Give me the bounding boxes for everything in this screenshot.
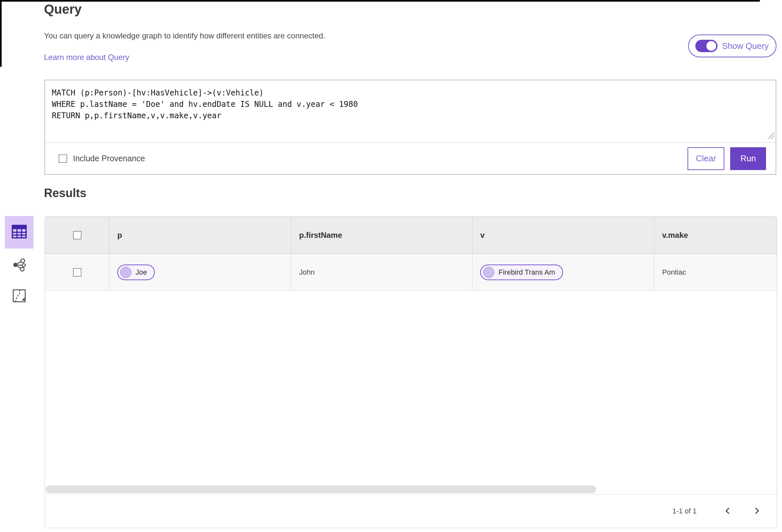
column-header-v-make[interactable]: v.make: [654, 217, 777, 253]
query-panel: MATCH (p:Person)-[hv:HasVehicle]->(v:Veh…: [45, 80, 776, 175]
table-footer: 1-1 of 1: [45, 494, 777, 528]
table-row[interactable]: Joe John Firebird Trans Am Pontiac: [45, 254, 777, 291]
next-page-button[interactable]: [751, 505, 762, 517]
table-empty-area: [45, 291, 777, 485]
resize-handle-icon[interactable]: [767, 131, 775, 141]
entity-dot-icon: [483, 267, 494, 278]
entity-chip-vehicle[interactable]: Firebird Trans Am: [480, 264, 563, 280]
query-page: Query You can query a knowledge graph to…: [0, 0, 782, 532]
query-code: MATCH (p:Person)-[hv:HasVehicle]->(v:Veh…: [52, 87, 766, 121]
include-provenance-checkbox[interactable]: [59, 154, 67, 163]
map-view-button[interactable]: [5, 280, 34, 313]
previous-page-button[interactable]: [722, 505, 734, 517]
cell-value: Pontiac: [662, 268, 686, 277]
map-icon: [12, 289, 26, 304]
cell-v: Firebird Trans Am: [472, 254, 654, 291]
table-icon: [12, 225, 27, 240]
entity-chip-person[interactable]: Joe: [117, 264, 155, 280]
graph-view-button[interactable]: [5, 249, 34, 282]
entity-dot-icon: [120, 267, 131, 278]
link-chart-icon: [12, 257, 27, 274]
query-panel-footer: Include Provenance Clear Run: [45, 143, 776, 174]
page-description: You can query a knowledge graph to ident…: [44, 31, 325, 40]
cell-v-make: Pontiac: [654, 254, 777, 291]
pagination-range: 1-1 of 1: [672, 507, 697, 516]
row-checkbox[interactable]: [73, 268, 81, 277]
scrollbar-thumb[interactable]: [46, 486, 596, 493]
horizontal-scrollbar: [45, 485, 777, 494]
row-select-cell: [45, 254, 109, 291]
window-frame-left: [0, 0, 2, 67]
cell-p: Joe: [109, 254, 291, 291]
learn-more-link[interactable]: Learn more about Query: [44, 53, 129, 62]
toggle-knob: [706, 41, 716, 51]
include-provenance-label: Include Provenance: [73, 154, 145, 163]
table-view-button[interactable]: [5, 216, 34, 249]
cell-p-firstname: John: [291, 254, 472, 291]
chevron-right-icon: [752, 506, 761, 516]
column-header-v[interactable]: v: [472, 217, 654, 253]
clear-button[interactable]: Clear: [687, 147, 724, 170]
entity-chip-label: Joe: [136, 268, 147, 277]
header-select-cell: [45, 217, 109, 253]
results-heading: Results: [44, 186, 86, 200]
column-header-p[interactable]: p: [109, 217, 291, 253]
column-header-p-firstname[interactable]: p.firstName: [291, 217, 472, 253]
window-frame-top: [0, 0, 760, 2]
show-query-label: Show Query: [722, 41, 769, 51]
run-button[interactable]: Run: [730, 147, 766, 170]
select-all-checkbox[interactable]: [73, 231, 81, 240]
cell-value: John: [299, 268, 315, 277]
toggle-switch-icon[interactable]: [695, 40, 717, 52]
query-code-textarea[interactable]: MATCH (p:Person)-[hv:HasVehicle]->(v:Veh…: [45, 80, 776, 143]
page-title: Query: [44, 2, 82, 16]
chevron-left-icon: [724, 506, 732, 516]
table-header-row: p p.firstName v v.make: [45, 217, 777, 254]
entity-chip-label: Firebird Trans Am: [499, 268, 555, 277]
results-table: p p.firstName v v.make Joe John Fire: [45, 216, 777, 528]
show-query-toggle[interactable]: Show Query: [688, 35, 777, 57]
